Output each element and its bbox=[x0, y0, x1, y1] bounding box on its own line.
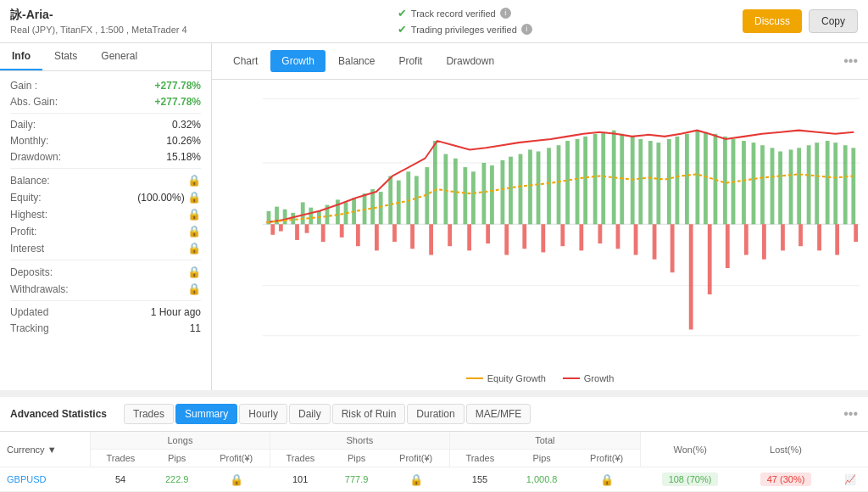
svg-rect-39 bbox=[528, 149, 532, 224]
svg-rect-94 bbox=[598, 224, 602, 243]
total-pips-cell: 1,000.8 bbox=[510, 467, 574, 492]
svg-rect-67 bbox=[789, 149, 793, 224]
abs-gain-label: Abs. Gain: bbox=[10, 96, 58, 108]
chart-tab-balance[interactable]: Balance bbox=[327, 50, 386, 72]
svg-rect-66 bbox=[778, 151, 782, 224]
svg-rect-63 bbox=[752, 143, 756, 224]
main-content: Info Stats General Gain : +277.78% Abs. … bbox=[0, 43, 868, 390]
longs-header: Longs bbox=[90, 432, 270, 450]
svg-rect-38 bbox=[519, 154, 523, 225]
svg-rect-26 bbox=[406, 171, 410, 224]
verification-status: ✔ Track record verified i ✔ Trading priv… bbox=[398, 7, 532, 36]
svg-rect-46 bbox=[593, 134, 598, 225]
lt-header: Trades bbox=[90, 450, 150, 467]
won-cell: 108 (70%) bbox=[640, 467, 739, 492]
total-trades-cell: 155 bbox=[449, 467, 509, 492]
total-header: Total bbox=[449, 432, 640, 450]
svg-rect-47 bbox=[601, 132, 605, 225]
svg-rect-107 bbox=[835, 224, 839, 254]
legend-red-dot bbox=[563, 377, 580, 379]
lp-header: Pips bbox=[151, 450, 203, 467]
svg-rect-82 bbox=[375, 224, 379, 250]
shorts-trades-cell: 101 bbox=[270, 467, 330, 492]
adv-tabs: Trades Summary Hourly Daily Risk of Ruin… bbox=[124, 404, 531, 424]
svg-rect-41 bbox=[547, 148, 551, 224]
copy-button[interactable]: Copy bbox=[809, 9, 858, 33]
deposits-label: Deposits: bbox=[10, 266, 53, 278]
legend-growth: Growth bbox=[563, 373, 614, 383]
lost-header: Lost(%) bbox=[740, 432, 832, 467]
chart-tab-profit[interactable]: Profit bbox=[387, 50, 433, 72]
track-info-icon[interactable]: i bbox=[500, 8, 511, 19]
advanced-stats-header: Advanced Statistics Trades Summary Hourl… bbox=[0, 397, 868, 432]
check-icon-track: ✔ bbox=[398, 7, 407, 20]
currency-sort-header[interactable]: Currency ▼ bbox=[0, 432, 90, 467]
table-row: GBPUSD 54 222.9 🔒 101 777.9 🔒 155 1,000.… bbox=[0, 467, 868, 492]
longs-pips-cell: 222.9 bbox=[151, 467, 203, 492]
chart-area: 400% 200% 0% -200% -400% bbox=[212, 80, 868, 368]
svg-rect-108 bbox=[854, 224, 858, 242]
tab-general[interactable]: General bbox=[89, 43, 149, 70]
svg-rect-78 bbox=[305, 224, 309, 232]
equity-label: Equity: bbox=[10, 192, 42, 204]
adv-tab-hourly[interactable]: Hourly bbox=[239, 404, 287, 424]
currency-cell[interactable]: GBPUSD bbox=[0, 467, 90, 492]
chart-more-icon[interactable]: ••• bbox=[843, 53, 858, 69]
adv-tab-trades[interactable]: Trades bbox=[124, 404, 174, 424]
chart-tab-drawdown[interactable]: Drawdown bbox=[435, 50, 505, 72]
balance-label: Balance: bbox=[10, 175, 50, 187]
shorts-profit-cell: 🔒 bbox=[382, 467, 449, 492]
trading-verified-row: ✔ Trading privileges verified i bbox=[398, 23, 532, 36]
chart-tab-chart[interactable]: Chart bbox=[222, 50, 269, 72]
drawdown-label: Drawdown: bbox=[10, 151, 61, 163]
trading-info-icon[interactable]: i bbox=[521, 24, 532, 35]
equity-value: (100.00%) 🔒 bbox=[137, 191, 201, 204]
adv-tab-duration[interactable]: Duration bbox=[407, 404, 464, 424]
adv-tab-daily[interactable]: Daily bbox=[289, 404, 331, 424]
svg-rect-15 bbox=[309, 208, 313, 225]
svg-rect-36 bbox=[501, 160, 505, 225]
adv-tab-summary[interactable]: Summary bbox=[175, 404, 237, 424]
adv-more-icon[interactable]: ••• bbox=[843, 406, 858, 422]
tab-info[interactable]: Info bbox=[0, 43, 42, 70]
svg-rect-106 bbox=[817, 224, 821, 250]
won-badge: 108 (70%) bbox=[662, 472, 719, 486]
adv-tab-mae-mfe[interactable]: MAE/MFE bbox=[466, 404, 531, 424]
adv-tab-risk-of-ruin[interactable]: Risk of Ruin bbox=[332, 404, 406, 424]
svg-rect-76 bbox=[279, 224, 283, 231]
svg-rect-35 bbox=[490, 165, 494, 224]
gain-row: Gain : +277.78% bbox=[10, 80, 201, 92]
svg-rect-34 bbox=[481, 163, 486, 224]
tp-header: Pips bbox=[510, 450, 574, 467]
row-chart-icon[interactable]: 📈 bbox=[844, 474, 856, 484]
withdrawals-lock-icon: 🔒 bbox=[187, 282, 201, 295]
sp-header: Pips bbox=[331, 450, 383, 467]
gain-label: Gain : bbox=[10, 80, 37, 92]
svg-rect-70 bbox=[815, 143, 819, 224]
svg-rect-98 bbox=[670, 224, 675, 272]
highest-row: Highest: 🔒 bbox=[10, 208, 201, 221]
chart-legend: Equity Growth Growth bbox=[212, 368, 868, 390]
svg-rect-30 bbox=[443, 154, 448, 225]
svg-rect-43 bbox=[565, 141, 570, 224]
copy-col-header bbox=[832, 432, 868, 467]
top-bar: 詠-Aria- Real (JPY), TitanFX , 1:500 , Me… bbox=[0, 0, 868, 43]
highest-lock-icon: 🔒 bbox=[187, 208, 201, 221]
lost-badge: 47 (30%) bbox=[760, 472, 812, 486]
tpr-header: Profit(¥) bbox=[573, 450, 640, 467]
svg-rect-88 bbox=[486, 224, 490, 243]
svg-rect-101 bbox=[726, 224, 730, 268]
monthly-value: 10.26% bbox=[166, 135, 201, 147]
tab-stats[interactable]: Stats bbox=[42, 43, 89, 70]
account-info: 詠-Aria- Real (JPY), TitanFX , 1:500 , Me… bbox=[10, 8, 187, 35]
svg-rect-14 bbox=[301, 202, 305, 224]
shorts-pips-cell: 777.9 bbox=[331, 467, 383, 492]
tt-header: Trades bbox=[449, 450, 509, 467]
legend-orange-dot bbox=[466, 377, 483, 379]
legend-equity-label: Equity Growth bbox=[487, 373, 546, 383]
chart-svg: 400% 200% 0% -200% -400% bbox=[259, 88, 860, 343]
svg-rect-65 bbox=[771, 148, 775, 224]
discuss-button[interactable]: Discuss bbox=[743, 9, 802, 33]
chart-tab-growth[interactable]: Growth bbox=[270, 50, 326, 72]
svg-rect-72 bbox=[833, 143, 837, 224]
